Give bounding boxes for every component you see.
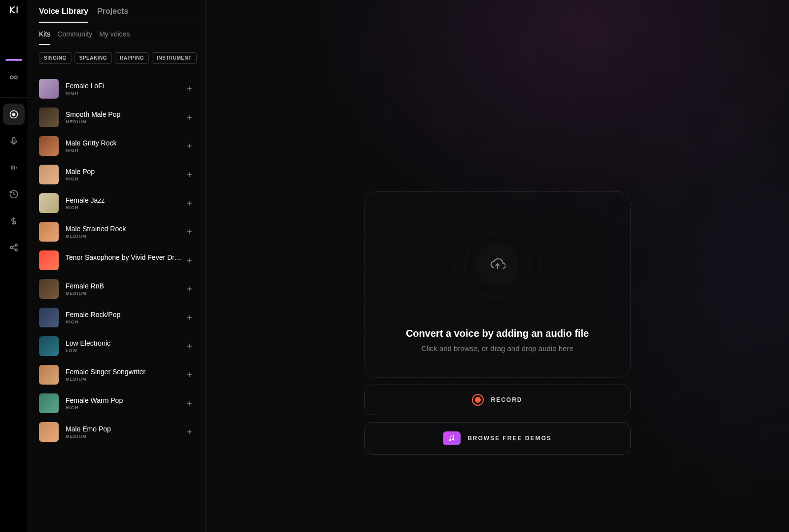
subtab-kits[interactable]: Kits [39, 30, 50, 45]
voice-quality: HIGH [66, 148, 182, 153]
voice-info: Female Jazz HIGH [66, 196, 182, 210]
sidebar-dollar-icon[interactable] [3, 210, 25, 232]
add-voice-button[interactable] [182, 110, 196, 124]
sidebar-share-icon[interactable] [3, 237, 25, 258]
sidebar-waveform-icon[interactable] [3, 157, 25, 178]
voice-info: Tenor Saxophone by Vivid Fever Dreams — [66, 253, 182, 267]
voice-item[interactable]: Female LoFi HIGH [39, 74, 200, 103]
voice-quality: MEDIUM [66, 234, 182, 239]
voice-quality: HIGH [66, 205, 182, 210]
add-voice-button[interactable] [182, 168, 196, 181]
voice-thumbnail [39, 79, 59, 99]
add-voice-button[interactable] [182, 253, 196, 267]
voice-quality: MEDIUM [66, 291, 182, 296]
voice-name: Female Rock/Pop [66, 311, 182, 319]
cloud-upload-icon [490, 256, 505, 274]
filter-singing[interactable]: SINGING [39, 52, 72, 64]
add-voice-button[interactable] [182, 311, 196, 324]
sub-nav: Kits Community My voices [28, 23, 205, 45]
tab-voice-library[interactable]: Voice Library [39, 7, 88, 23]
record-button[interactable]: RECORD [364, 385, 631, 415]
voice-item[interactable]: Male Pop HIGH [39, 160, 200, 189]
divider [0, 97, 28, 98]
voice-quality: — [66, 262, 182, 267]
svg-point-2 [13, 114, 14, 115]
icon-sidebar [0, 0, 28, 532]
add-voice-button[interactable] [182, 368, 196, 382]
top-nav: Voice Library Projects [28, 0, 205, 23]
voice-name: Male Emo Pop [66, 425, 182, 433]
voice-item[interactable]: Female Jazz HIGH [39, 189, 200, 217]
voice-name: Female Singer Songwriter [66, 368, 182, 376]
voice-thumbnail [39, 393, 59, 413]
app-logo[interactable] [9, 5, 19, 15]
music-note-icon [443, 431, 461, 445]
voice-thumbnail [39, 193, 59, 213]
voice-name: Low Electronic [66, 339, 182, 347]
add-voice-button[interactable] [182, 396, 196, 410]
voice-name: Female RnB [66, 282, 182, 290]
voice-info: Female Warm Pop HIGH [66, 396, 182, 410]
voice-name: Female Jazz [66, 196, 182, 204]
voice-item[interactable]: Male Gritty Rock HIGH [39, 132, 200, 160]
voice-quality: HIGH [66, 91, 182, 96]
filter-row: SINGING SPEAKING RAPPING INSTRUMENT [28, 45, 205, 71]
add-voice-button[interactable] [182, 196, 196, 210]
voice-item[interactable]: Smooth Male Pop MEDIUM [39, 103, 200, 132]
record-label: RECORD [491, 396, 522, 403]
main-area: Convert a voice by adding an audio file … [206, 0, 789, 532]
voice-quality: HIGH [66, 177, 182, 181]
svg-point-7 [450, 439, 451, 441]
sidebar-history-icon[interactable] [3, 183, 25, 205]
filter-instrument[interactable]: INSTRUMENT [152, 52, 197, 64]
browse-label: BROWSE FREE DEMOS [467, 435, 552, 442]
add-voice-button[interactable] [182, 282, 196, 296]
nav-active-indicator [5, 59, 22, 61]
voice-info: Female Rock/Pop HIGH [66, 311, 182, 324]
voice-thumbnail [39, 250, 59, 270]
add-voice-button[interactable] [182, 225, 196, 239]
voice-info: Smooth Male Pop MEDIUM [66, 110, 182, 124]
add-voice-button[interactable] [182, 139, 196, 153]
subtab-my-voices[interactable]: My voices [99, 30, 130, 45]
filter-speaking[interactable]: SPEAKING [74, 52, 112, 64]
add-voice-button[interactable] [182, 339, 196, 353]
voice-item[interactable]: Male Strained Rock MEDIUM [39, 217, 200, 246]
voice-item[interactable]: Female RnB MEDIUM [39, 275, 200, 303]
filter-rapping[interactable]: RAPPING [115, 52, 149, 64]
sidebar-disc-icon[interactable] [3, 104, 25, 125]
voice-info: Male Gritty Rock HIGH [66, 139, 182, 153]
voice-quality: HIGH [66, 405, 182, 410]
voice-item[interactable]: Female Singer Songwriter MEDIUM [39, 360, 200, 389]
voice-name: Male Strained Rock [66, 225, 182, 233]
voice-name: Smooth Male Pop [66, 110, 182, 118]
add-voice-button[interactable] [182, 425, 196, 439]
svg-rect-3 [13, 138, 15, 142]
voice-thumbnail [39, 222, 59, 242]
browse-demos-button[interactable]: BROWSE FREE DEMOS [364, 422, 631, 455]
subtab-community[interactable]: Community [57, 30, 92, 45]
voice-list[interactable]: Female LoFi HIGH Smooth Male Pop MEDIUM … [28, 71, 205, 532]
voice-thumbnail [39, 279, 59, 299]
voice-info: Female RnB MEDIUM [66, 282, 182, 296]
voice-info: Male Pop HIGH [66, 168, 182, 181]
add-voice-button[interactable] [182, 82, 196, 96]
voice-item[interactable]: Tenor Saxophone by Vivid Fever Dreams — [39, 246, 200, 275]
voice-name: Tenor Saxophone by Vivid Fever Dreams [66, 253, 182, 261]
voice-thumbnail [39, 107, 59, 127]
voice-info: Female Singer Songwriter MEDIUM [66, 368, 182, 382]
voice-thumbnail [39, 365, 59, 385]
voice-item[interactable]: Male Emo Pop MEDIUM [39, 418, 200, 446]
voice-quality: MEDIUM [66, 119, 182, 124]
audio-drop-zone[interactable]: Convert a voice by adding an audio file … [364, 191, 631, 378]
voice-thumbnail [39, 136, 59, 156]
voice-name: Female LoFi [66, 82, 182, 90]
tab-projects[interactable]: Projects [97, 7, 128, 23]
sidebar-infinity-icon[interactable] [3, 67, 25, 88]
voice-item[interactable]: Female Warm Pop HIGH [39, 389, 200, 418]
voice-item[interactable]: Female Rock/Pop HIGH [39, 303, 200, 332]
voice-item[interactable]: Low Electronic LOW [39, 332, 200, 360]
sidebar-microphone-icon[interactable] [3, 130, 25, 152]
voice-name: Male Pop [66, 168, 182, 176]
voice-name: Male Gritty Rock [66, 139, 182, 147]
